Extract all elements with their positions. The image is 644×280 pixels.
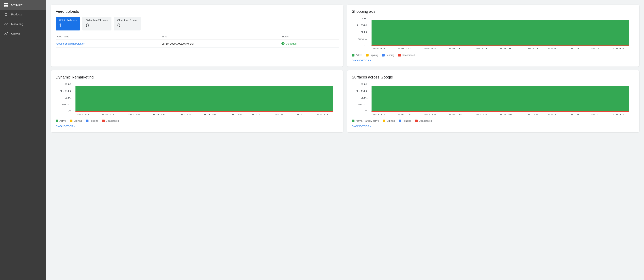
surfaces-chart-svg: 2K 1.5K 1K 500 0 Jun 10 Jun 13 Jun 16 Ju…: [352, 83, 635, 117]
dr-legend-color-pending: [86, 120, 88, 122]
svg-rect-38: [76, 86, 333, 112]
shopping-ads-chart: 2K 1.5K 1K 500 0 Jun 10: [352, 17, 635, 51]
feed-upload-tabs: Within 24 hours 1 Older than 24 hours 0 …: [56, 17, 338, 30]
dynamic-remarketing-chart-svg: 2K 1.5K 1K 500 0 Jun 10 Jun 13 Jun 16 Ju…: [56, 83, 338, 117]
products-icon: [4, 12, 8, 16]
feed-status-uploaded: Uploaded: [282, 42, 338, 45]
legend-color-pending: [382, 54, 384, 56]
svg-text:Jun 10: Jun 10: [76, 114, 89, 116]
svg-text:1K: 1K: [361, 31, 368, 33]
table-row: GoogleShoppingPeter.xm Jul 10, 2020 1:00…: [56, 40, 338, 48]
feed-tab-3days[interactable]: Older than 3 days 0: [114, 17, 140, 30]
sidebar-item-growth[interactable]: Growth: [0, 29, 46, 39]
surfaces-diagnostics-label: DIAGNOSTICS: [352, 125, 369, 128]
svg-rect-61: [372, 86, 629, 112]
svg-text:Jul 4: Jul 4: [274, 114, 283, 116]
svg-text:Jul 4: Jul 4: [570, 48, 579, 50]
legend-label-expiring: Expiring: [370, 54, 378, 56]
svg-rect-62: [372, 111, 629, 112]
svg-rect-3: [6, 5, 8, 6]
grid-icon: [4, 3, 8, 7]
dr-legend-expiring: Expiring: [70, 120, 82, 122]
sidebar-item-overview[interactable]: Overview: [0, 0, 46, 10]
svg-text:Jun 25: Jun 25: [499, 48, 513, 50]
svg-text:1.5K: 1.5K: [356, 90, 368, 92]
dynamic-remarketing-card: Dynamic Remarketing 2K 1.5K 1K 500 0 Jun…: [51, 70, 343, 132]
dr-legend-label-pending: Pending: [90, 120, 98, 122]
dr-legend-color-active: [56, 120, 58, 122]
svg-text:Jul 10: Jul 10: [612, 48, 624, 50]
dynamic-remarketing-title: Dynamic Remarketing: [56, 75, 338, 79]
svg-text:500: 500: [62, 103, 72, 106]
feed-name-cell: GoogleShoppingPeter.xm: [56, 40, 161, 48]
sidebar-item-marketing[interactable]: Marketing: [0, 19, 46, 29]
feed-time-cell: Jul 10, 2020 1:00:00 AM BST: [161, 40, 281, 48]
svg-text:Jun 28: Jun 28: [524, 114, 538, 116]
feed-tab-24h[interactable]: Within 24 hours 1: [56, 17, 80, 30]
legend-label-disapproved: Disapproved: [402, 54, 415, 56]
sag-legend-color-pending: [399, 120, 402, 122]
svg-text:2K: 2K: [64, 83, 72, 86]
svg-text:Jun 13: Jun 13: [101, 114, 114, 116]
svg-text:Jul 1: Jul 1: [251, 114, 260, 116]
svg-text:Jun 22: Jun 22: [474, 114, 487, 116]
svg-text:Jul 10: Jul 10: [316, 114, 328, 116]
svg-text:Jun 16: Jun 16: [422, 48, 436, 50]
svg-text:Jun 22: Jun 22: [177, 114, 191, 116]
surfaces-chart: 2K 1.5K 1K 500 0 Jun 10 Jun 13 Jun 16 Ju…: [352, 83, 635, 117]
svg-text:0: 0: [364, 110, 368, 113]
svg-text:Jul 7: Jul 7: [590, 48, 599, 50]
svg-text:Jul 4: Jul 4: [570, 114, 579, 116]
sidebar-item-products[interactable]: Products: [0, 10, 46, 19]
svg-text:Jun 28: Jun 28: [524, 48, 538, 50]
svg-text:500: 500: [358, 38, 368, 40]
legend-pending: Pending: [382, 54, 394, 56]
sag-legend-color-active: [352, 120, 354, 122]
dr-legend-color-expiring: [70, 120, 72, 122]
feed-name-link[interactable]: GoogleShoppingPeter.xm: [56, 42, 85, 45]
sag-legend-label-disapproved: Disapproved: [419, 120, 432, 122]
marketing-icon: [4, 22, 8, 26]
sag-legend-pending: Pending: [399, 120, 411, 122]
feed-uploads-title: Feed uploads: [56, 9, 338, 14]
dynamic-remarketing-diagnostics-link[interactable]: DIAGNOSTICS ›: [56, 125, 338, 128]
surfaces-legend: Active / Partially active Expiring Pendi…: [352, 120, 635, 122]
feed-table-header-status: Status: [281, 33, 338, 40]
legend-color-active: [352, 54, 354, 56]
feed-tab-older24h-label: Older than 24 hours: [86, 19, 108, 22]
svg-text:2K: 2K: [361, 83, 368, 86]
chevron-right-icon: ›: [370, 59, 371, 62]
sidebar-item-label-marketing: Marketing: [11, 22, 23, 26]
shopping-ads-chart-svg: 2K 1.5K 1K 500 0 Jun 10: [352, 17, 635, 51]
svg-text:Jun 13: Jun 13: [397, 48, 411, 50]
svg-text:0: 0: [68, 110, 72, 113]
svg-text:Jul 1: Jul 1: [547, 114, 557, 116]
top-card-row: Feed uploads Within 24 hours 1 Older tha…: [51, 5, 639, 67]
shopping-ads-card: Shopping ads 2K 1.5K 1K 500 0: [347, 5, 639, 67]
sag-legend-label-expiring: Expiring: [386, 120, 395, 122]
chevron-right-icon-sag: ›: [370, 125, 371, 128]
sag-legend-active: Active / Partially active: [352, 120, 379, 122]
feed-table-header-name: Feed name: [56, 33, 161, 40]
feed-tab-older24h[interactable]: Older than 24 hours 0: [82, 17, 112, 30]
svg-text:1K: 1K: [64, 97, 72, 99]
dynamic-remarketing-diagnostics-label: DIAGNOSTICS: [56, 125, 73, 128]
svg-text:500: 500: [358, 103, 368, 106]
shopping-ads-diagnostics-link[interactable]: DIAGNOSTICS ›: [352, 59, 635, 62]
feed-tab-3days-count: 0: [117, 22, 137, 28]
svg-text:Jun 16: Jun 16: [126, 114, 140, 116]
svg-rect-2: [4, 5, 6, 6]
svg-text:2K: 2K: [361, 17, 368, 20]
surfaces-diagnostics-link[interactable]: DIAGNOSTICS ›: [352, 125, 635, 128]
sag-legend-label-active: Active / Partially active: [356, 120, 379, 122]
legend-label-active: Active: [356, 54, 362, 56]
growth-icon: [4, 32, 8, 36]
svg-text:Jun 28: Jun 28: [228, 114, 242, 116]
legend-disapproved: Disapproved: [398, 54, 415, 56]
feed-tab-older24h-count: 0: [86, 22, 108, 28]
sag-legend-label-pending: Pending: [402, 120, 411, 122]
bottom-card-row: Dynamic Remarketing 2K 1.5K 1K 500 0 Jun…: [51, 70, 639, 132]
svg-text:Jul 10: Jul 10: [612, 114, 624, 116]
sidebar-item-label-overview: Overview: [11, 3, 22, 6]
feed-status-cell: Uploaded: [281, 40, 338, 48]
